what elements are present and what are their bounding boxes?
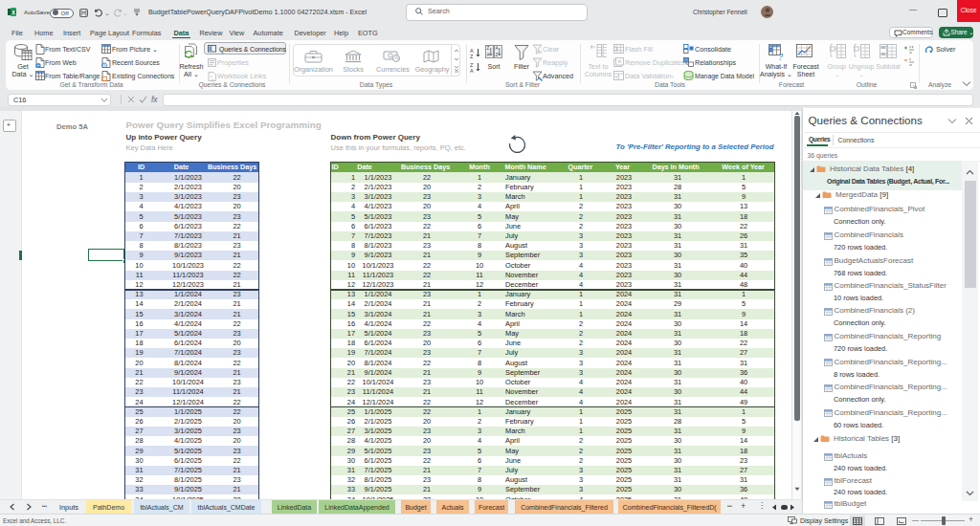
svg-text:Z: Z [470, 62, 474, 68]
svg-text:x: x [11, 9, 15, 15]
svg-text:A: A [470, 48, 474, 54]
svg-text:A: A [470, 68, 474, 74]
svg-text:?: ? [778, 52, 783, 61]
svg-text:Z: Z [496, 53, 499, 57]
svg-text:Z: Z [470, 54, 474, 59]
svg-text:A: A [487, 53, 490, 57]
svg-text:Z: Z [487, 46, 490, 51]
svg-text:A: A [496, 46, 499, 51]
